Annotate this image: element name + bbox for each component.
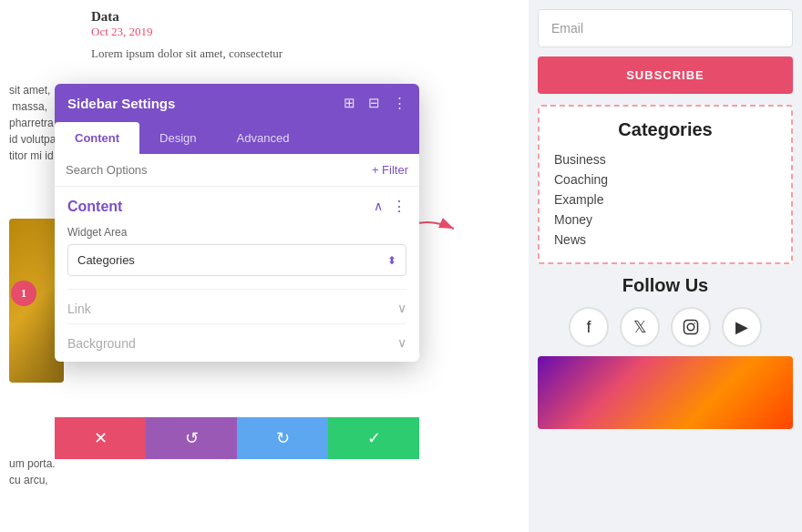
widget-area-select[interactable]: Categories ⬍ [67, 244, 406, 276]
widget-area-value: Categories [77, 253, 135, 267]
redo-button[interactable]: ↻ [237, 417, 328, 459]
panel-tabs: Content Design Advanced [55, 122, 419, 154]
background-section-header[interactable]: Background ∨ [67, 335, 406, 351]
background-section-title: Background [67, 336, 136, 351]
step-badge: 1 [11, 281, 36, 306]
email-input-display[interactable]: Email [538, 9, 793, 47]
collapse-icon[interactable]: ⊟ [368, 95, 380, 111]
more-options-icon[interactable]: ⋮ [393, 95, 406, 111]
list-item[interactable]: Coaching [554, 169, 776, 189]
svg-point-1 [687, 323, 694, 331]
section-header-icons: ∧ ⋮ [374, 198, 406, 215]
subscribe-button[interactable]: SUBSCRIBE [538, 56, 793, 94]
bottom-toolbar: ✕ ↺ ↻ ✓ [55, 417, 419, 459]
tab-content[interactable]: Content [55, 122, 139, 154]
data-label: Data [91, 9, 401, 25]
instagram-icon[interactable] [671, 307, 711, 347]
categories-title: Categories [554, 119, 776, 140]
more-dots-icon[interactable]: ⋮ [392, 198, 406, 215]
list-item[interactable]: Money [554, 210, 776, 230]
search-input[interactable] [66, 163, 365, 177]
right-sidebar: Email SUBSCRIBE Categories Business Coac… [529, 0, 802, 532]
panel-header: Sidebar Settings ⊞ ⊟ ⋮ [55, 84, 419, 122]
filter-button[interactable]: + Filter [372, 163, 408, 177]
youtube-icon[interactable]: ▶ [722, 307, 762, 347]
background-section: Background ∨ [67, 323, 406, 351]
widget-area-label: Widget Area [67, 226, 406, 239]
tab-advanced[interactable]: Advanced [217, 122, 310, 154]
link-chevron-icon: ∨ [397, 301, 406, 316]
article-excerpt: Lorem ipsum dolor sit amet, consectetur [91, 45, 401, 63]
article-date: Oct 23, 2019 [91, 25, 401, 39]
sidebar-settings-panel: Sidebar Settings ⊞ ⊟ ⋮ Content Design Ad… [55, 84, 419, 362]
select-arrow-icon: ⬍ [387, 254, 396, 267]
background-chevron-icon: ∨ [397, 335, 406, 351]
social-icons-row: f 𝕏 ▶ [538, 307, 793, 347]
list-item[interactable]: Business [554, 149, 776, 169]
content-section-header: Content ∧ ⋮ [67, 198, 406, 215]
panel-header-icons: ⊞ ⊟ ⋮ [344, 95, 406, 111]
list-item[interactable]: News [554, 230, 776, 250]
undo-button[interactable]: ↺ [146, 417, 237, 459]
categories-list: Business Coaching Example Money News [554, 149, 776, 250]
link-section-title: Link [67, 302, 91, 316]
follow-us-title: Follow Us [538, 275, 793, 296]
partial-left-text-bottom: um porta. cu arcu, [9, 455, 59, 488]
expand-icon[interactable]: ⊞ [344, 95, 355, 111]
cancel-button[interactable]: ✕ [55, 417, 146, 459]
confirm-button[interactable]: ✓ [328, 417, 419, 459]
svg-point-2 [694, 322, 695, 324]
panel-title: Sidebar Settings [67, 96, 175, 111]
categories-box: Categories Business Coaching Example Mon… [538, 105, 793, 264]
content-section-title: Content [67, 199, 122, 215]
colorful-image [538, 356, 793, 429]
panel-body: Content ∧ ⋮ Widget Area Categories ⬍ Lin… [55, 187, 419, 362]
chevron-up-icon[interactable]: ∧ [374, 199, 383, 214]
link-section-header[interactable]: Link ∨ [67, 301, 406, 316]
search-row: + Filter [55, 154, 419, 187]
svg-rect-0 [684, 321, 698, 334]
twitter-icon[interactable]: 𝕏 [620, 307, 660, 347]
tab-design[interactable]: Design [139, 122, 216, 154]
facebook-icon[interactable]: f [569, 307, 609, 347]
list-item[interactable]: Example [554, 189, 776, 210]
link-section: Link ∨ [67, 289, 406, 316]
